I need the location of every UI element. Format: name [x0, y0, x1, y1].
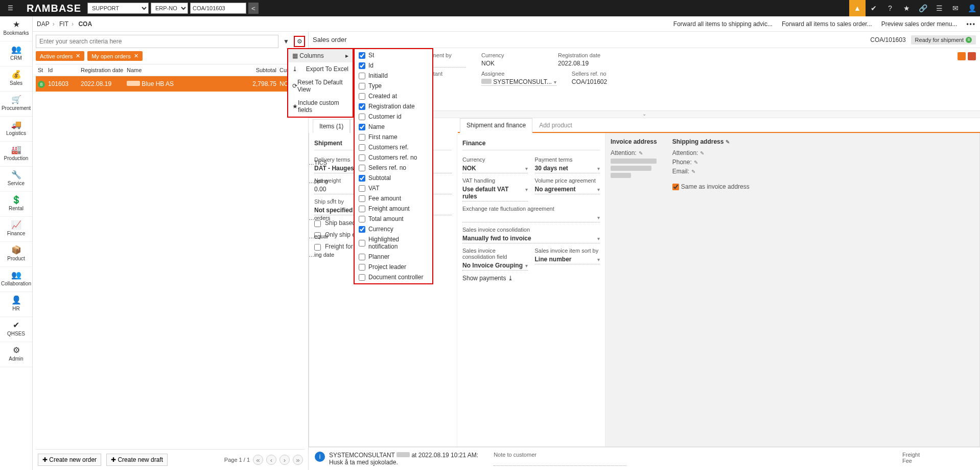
code-input[interactable] — [190, 3, 246, 14]
topbar-right: ▲ ✔ ? ★ 🔗 ☰ ✉ 👤 — [849, 0, 980, 16]
check-icon[interactable]: ✔ — [866, 0, 882, 16]
list-icon[interactable]: ☰ — [931, 0, 947, 16]
db-select[interactable]: ERP-NO — [151, 3, 188, 14]
topbar: ☰ RΛMBASE SUPPORT ERP-NO < ▲ ✔ ? ★ 🔗 ☰ ✉… — [0, 0, 980, 16]
back-button[interactable]: < — [248, 3, 259, 14]
help-icon[interactable]: ? — [882, 0, 898, 16]
alert-icon[interactable]: ▲ — [849, 0, 866, 16]
user-icon[interactable]: 👤 — [964, 0, 980, 16]
support-select[interactable]: SUPPORT — [87, 3, 149, 14]
star-icon[interactable]: ★ — [898, 0, 915, 16]
menu-icon[interactable]: ☰ — [0, 0, 20, 16]
link-icon[interactable]: 🔗 — [915, 0, 931, 16]
logo: RΛMBASE — [20, 3, 87, 14]
mail-icon[interactable]: ✉ — [947, 0, 964, 16]
